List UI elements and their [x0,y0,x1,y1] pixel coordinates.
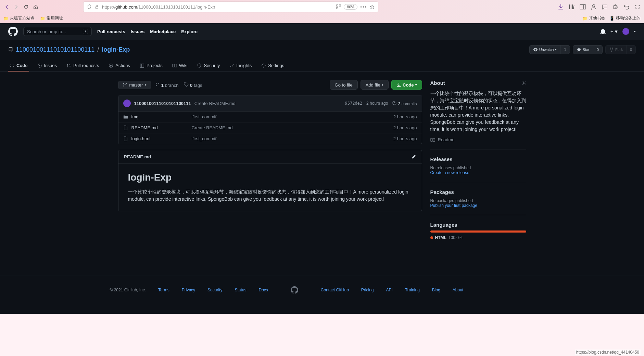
nav-pulls[interactable]: Pull requests [97,29,125,34]
table-row[interactable]: README.mdCreate README.md2 hours ago [118,122,422,133]
readme-link[interactable]: Readme [430,137,526,142]
table-row[interactable]: img'first_commit'2 hours ago [118,111,422,122]
tab-actions[interactable]: Actions [107,60,131,71]
footer-security[interactable]: Security [207,288,222,292]
footer-terms[interactable]: Terms [158,288,169,292]
zoom-badge[interactable]: 80% [344,4,357,10]
github-logo-icon[interactable] [8,27,18,36]
star-button[interactable]: Star 0 [573,45,603,54]
tab-insights[interactable]: Insights [228,60,253,71]
back-button[interactable] [3,3,10,10]
commit-message-link[interactable]: Create README.md [194,101,236,106]
nav-explore[interactable]: Explore [181,29,198,34]
file-name-link[interactable]: login.html [123,136,192,141]
issue-icon [37,63,42,68]
undo-icon[interactable] [623,4,630,10]
user-avatar[interactable] [622,28,629,35]
url-bar[interactable]: https://github.com/110001001110101011001… [84,2,378,12]
footer-api[interactable]: API [386,288,393,292]
footer-privacy[interactable]: Privacy [182,288,195,292]
goto-file-button[interactable]: Go to file [330,80,358,90]
commit-author-link[interactable]: 11000100111010101100111 [134,101,191,106]
releases-empty: No releases published [430,166,526,170]
svg-point-26 [523,82,525,84]
tab-settings[interactable]: Settings [260,60,286,71]
bookmark-item[interactable]: 📁常用网址 [40,15,63,21]
repo-owner-link[interactable]: 11000100111010101100111 [16,46,94,53]
footer-docs[interactable]: Docs [258,288,268,292]
pencil-icon[interactable] [412,154,416,159]
notifications-icon[interactable] [600,29,606,34]
home-button[interactable] [32,3,39,10]
bookmark-item[interactable]: 📁火狐官方站点 [3,15,35,21]
expand-icon[interactable] [634,4,641,10]
tab-wiki[interactable]: Wiki [171,60,189,71]
chat-icon[interactable] [602,4,608,10]
commit-sha-link[interactable]: 9572de2 [345,101,362,106]
footer-contact[interactable]: Contact GitHub [321,288,349,292]
chevron-down-icon: ▾ [415,83,417,87]
play-icon [109,63,113,68]
svg-point-13 [67,66,68,67]
search-input[interactable]: Search or jump to... / [23,27,92,36]
language-item[interactable]: HTML100.0% [430,235,526,240]
tab-security[interactable]: Security [195,60,221,71]
github-logo-icon[interactable] [291,286,298,294]
svg-point-7 [610,48,611,49]
account-icon[interactable] [591,4,597,10]
bookmark-item[interactable]: 📱移动设备上的 [609,15,641,21]
reload-button[interactable] [23,3,29,10]
packages-empty: No packages published [430,198,526,203]
forward-button[interactable] [13,3,20,10]
footer-blog[interactable]: Blog [432,288,440,292]
file-commit-msg[interactable]: 'first_commit' [192,114,393,119]
publish-package-link[interactable]: Publish your first package [430,203,526,208]
page-actions-icon[interactable]: ••• [360,4,367,10]
about-section: About 一个比较个性的登录模块，可以提供互动环节，海绵宝宝随时反馈你的状态，… [430,80,526,149]
file-name-link[interactable]: img [123,114,192,119]
bookmark-star-icon[interactable] [370,4,375,9]
footer-pricing[interactable]: Pricing [361,288,374,292]
tab-projects[interactable]: Projects [138,60,164,71]
create-release-link[interactable]: Create a new release [430,170,526,175]
nav-issues[interactable]: Issues [131,29,144,34]
commits-link[interactable]: 2 commits [392,101,417,106]
footer-about[interactable]: About [453,288,463,292]
branch-selector[interactable]: master▾ [118,81,151,89]
unwatch-button[interactable]: Unwatch▾ 1 [529,45,570,54]
file-nav: master▾ 1 branch 0 tags Go to file Add f… [118,80,422,90]
file-commit-msg[interactable]: Create README.md [192,125,393,130]
bookmark-item[interactable]: 📁其他书签 [582,15,605,21]
sidebar-icon[interactable] [580,4,586,10]
gear-icon[interactable] [521,81,526,85]
downloads-icon[interactable] [558,4,564,10]
book-icon [430,137,435,142]
commit-avatar[interactable] [123,100,131,107]
footer-training[interactable]: Training [405,288,420,292]
gear-icon [261,63,266,68]
chevron-down-icon: ▾ [382,83,383,87]
branch-count-link[interactable]: 1 branch 0 tags [155,82,202,88]
add-file-button[interactable]: Add file ▾ [361,80,389,90]
library-icon[interactable] [569,4,575,10]
table-row[interactable]: login.html'first_commit'2 hours ago [118,133,422,144]
repo-main: master▾ 1 branch 0 tags Go to file Add f… [118,80,422,254]
svg-point-22 [156,83,157,84]
repo-name-link[interactable]: login-Exp [102,46,130,53]
footer-status[interactable]: Status [235,288,246,292]
tab-issues[interactable]: Issues [36,60,59,71]
bookmarks-bar: 📁火狐官方站点 📁常用网址 📁其他书签 📱移动设备上的 [0,14,644,23]
file-commit-msg[interactable]: 'first_commit' [192,136,393,141]
file-icon [123,126,128,130]
nav-marketplace[interactable]: Marketplace [150,29,176,34]
create-menu[interactable]: + ▾ [610,28,618,35]
qr-icon[interactable] [336,4,341,9]
puzzle-icon[interactable] [613,4,619,10]
fork-button[interactable]: Fork 0 [605,45,636,54]
code-download-button[interactable]: Code ▾ [391,80,422,90]
tab-pulls[interactable]: Pull requests [65,60,100,71]
tags-count-link[interactable]: 0 tags [184,82,202,88]
svg-point-20 [123,85,124,87]
file-name-link[interactable]: README.md [123,125,192,130]
tab-code[interactable]: Code [8,60,29,71]
